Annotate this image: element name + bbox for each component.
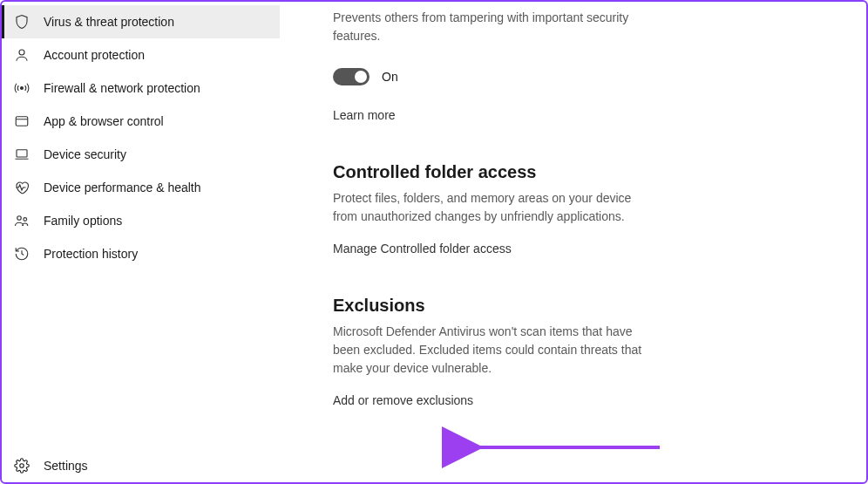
sidebar-item-label: Virus & threat protection — [44, 15, 174, 29]
sidebar-item-performance[interactable]: Device performance & health — [2, 171, 280, 204]
history-icon — [14, 246, 30, 262]
sidebar-item-label: App & browser control — [44, 114, 164, 128]
shield-icon — [14, 14, 30, 30]
svg-point-5 — [24, 218, 27, 222]
cfa-title: Controlled folder access — [333, 162, 849, 182]
antenna-icon — [14, 80, 30, 96]
tamper-toggle[interactable] — [333, 68, 370, 85]
sidebar-item-virus-threat[interactable]: Virus & threat protection — [2, 5, 280, 38]
tamper-toggle-row: On — [333, 68, 849, 85]
browser-icon — [14, 113, 30, 129]
sidebar-item-label: Family options — [44, 214, 122, 228]
sidebar-item-label: Device security — [44, 147, 126, 161]
sidebar-item-label: Account protection — [44, 48, 145, 62]
people-icon — [14, 213, 30, 228]
svg-point-6 — [20, 464, 24, 468]
tamper-toggle-label: On — [382, 70, 398, 84]
sidebar-item-label: Protection history — [44, 247, 138, 261]
sidebar-list: Virus & threat protection Account protec… — [2, 5, 280, 447]
svg-point-1 — [21, 87, 24, 90]
tamper-protection-desc: Prevents others from tampering with impo… — [333, 9, 647, 45]
sidebar-item-history[interactable]: Protection history — [2, 237, 280, 270]
laptop-icon — [14, 147, 30, 162]
sidebar-item-label: Device performance & health — [44, 181, 201, 194]
settings-label: Settings — [44, 459, 88, 473]
exclusions-title: Exclusions — [333, 296, 849, 316]
svg-point-0 — [19, 50, 24, 55]
svg-rect-3 — [17, 150, 27, 157]
cfa-desc: Protect files, folders, and memory areas… — [333, 189, 647, 226]
main-content: Prevents others from tampering with impo… — [281, 2, 866, 482]
exclusions-desc: Microsoft Defender Antivirus won't scan … — [333, 323, 647, 378]
svg-point-4 — [17, 216, 22, 221]
add-remove-exclusions-link[interactable]: Add or remove exclusions — [333, 393, 473, 407]
sidebar-settings[interactable]: Settings — [2, 447, 280, 482]
sidebar-item-app-browser[interactable]: App & browser control — [2, 105, 280, 138]
learn-more-link[interactable]: Learn more — [333, 108, 396, 122]
sidebar: Virus & threat protection Account protec… — [2, 2, 281, 482]
sidebar-item-firewall[interactable]: Firewall & network protection — [2, 72, 280, 105]
sidebar-item-account[interactable]: Account protection — [2, 38, 280, 72]
manage-cfa-link[interactable]: Manage Controlled folder access — [333, 242, 512, 256]
heart-pulse-icon — [14, 180, 30, 195]
svg-rect-2 — [16, 117, 28, 126]
sidebar-item-family[interactable]: Family options — [2, 204, 280, 237]
person-icon — [14, 47, 30, 63]
gear-icon — [14, 458, 30, 474]
sidebar-item-device-security[interactable]: Device security — [2, 138, 280, 171]
sidebar-item-label: Firewall & network protection — [44, 81, 200, 95]
